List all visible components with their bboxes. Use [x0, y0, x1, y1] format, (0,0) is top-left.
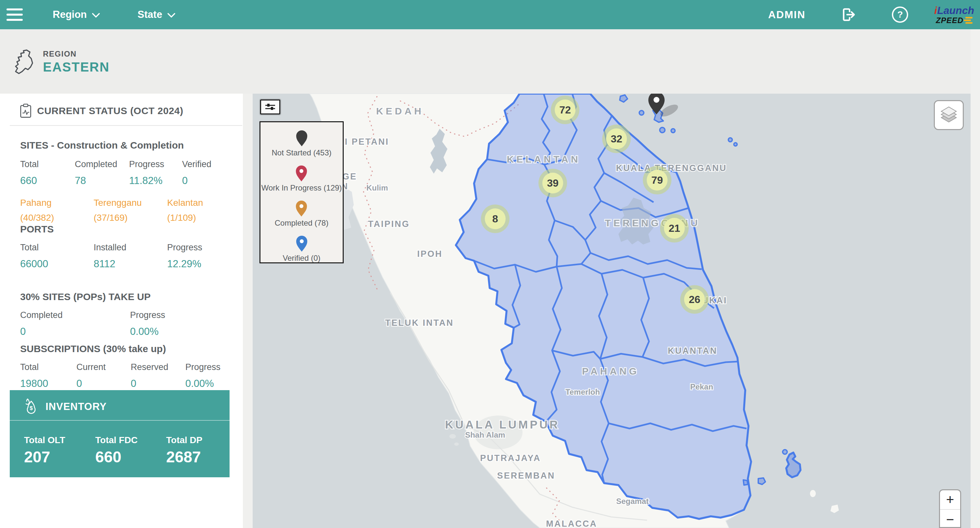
- svg-text:KELANTAN: KELANTAN: [507, 154, 581, 164]
- svg-text:Temerloh: Temerloh: [565, 388, 600, 396]
- cluster-marker[interactable]: 21: [660, 214, 689, 243]
- svg-text:79: 79: [651, 174, 663, 186]
- state-dropdown[interactable]: State: [138, 9, 175, 21]
- state-name: Kelantan: [167, 198, 203, 208]
- state-dropdown-label: State: [138, 9, 162, 21]
- inventory-value-olt: 207: [24, 448, 50, 466]
- svg-text:8: 8: [492, 213, 498, 225]
- layers-icon: [939, 105, 959, 125]
- pin-not-started-icon: [295, 129, 308, 147]
- hamburger-menu-icon[interactable]: [6, 8, 23, 21]
- column-header: Total: [20, 159, 39, 169]
- scroll-gutter[interactable]: [970, 29, 980, 528]
- state-ratio: (37/169): [94, 213, 127, 223]
- svg-text:32: 32: [611, 133, 622, 145]
- cluster-marker[interactable]: 39: [538, 169, 567, 197]
- admin-user-button[interactable]: ADMIN: [768, 9, 805, 21]
- subs-current: 0: [76, 378, 82, 390]
- legend-item: Verified (0): [283, 235, 320, 263]
- chevron-down-icon: [92, 13, 100, 17]
- legend-label: Completed (78): [275, 218, 328, 227]
- logo-zpeed: ZPEED: [936, 17, 963, 24]
- map-legend: Not Started (453) Work In Progress (129)…: [259, 121, 344, 263]
- subscriptions-section: SUBSCRIPTIONS (30% take up) Total Curren…: [20, 344, 238, 395]
- region-dropdown-label: Region: [52, 9, 87, 21]
- top-navbar: Region State ADMIN ? iLaunch ZPEED: [0, 0, 980, 29]
- map-svg: KEDAH SUNGAI PETANI GEORGE TOWN Kulim TA…: [253, 94, 970, 528]
- svg-text:KUALA LUMPUR: KUALA LUMPUR: [445, 418, 560, 431]
- cluster-marker[interactable]: 26: [680, 285, 709, 314]
- island: [449, 434, 456, 439]
- logout-icon[interactable]: [841, 7, 856, 22]
- subs-progress: 0.00%: [185, 378, 214, 390]
- peninsula-map-icon: [14, 48, 35, 75]
- svg-text:IPOH: IPOH: [417, 249, 442, 259]
- clipboard-chart-icon: [19, 103, 32, 118]
- navbar-right: ADMIN ? iLaunch ZPEED: [768, 5, 980, 24]
- svg-text:26: 26: [689, 294, 700, 305]
- subs-reserved: 0: [131, 378, 136, 390]
- help-button[interactable]: ?: [892, 6, 908, 23]
- inventory-value-fdc: 660: [95, 448, 121, 466]
- column-header: Total: [20, 243, 39, 253]
- map-layers-button[interactable]: [934, 100, 964, 130]
- svg-text:21: 21: [668, 223, 680, 234]
- island: [454, 442, 459, 446]
- sites-verified: 0: [182, 175, 188, 187]
- column-header: Progress: [167, 243, 202, 253]
- sites-total: 660: [20, 175, 37, 187]
- subscriptions-title: SUBSCRIPTIONS (30% take up): [20, 344, 238, 355]
- region-dropdown[interactable]: Region: [52, 9, 100, 21]
- legend-label: Verified (0): [283, 254, 320, 263]
- svg-text:Shah Alam: Shah Alam: [465, 431, 505, 439]
- svg-text:MALACCA: MALACCA: [546, 519, 597, 528]
- svg-text:Segamat: Segamat: [616, 497, 649, 506]
- subs-total: 19800: [20, 378, 48, 390]
- divider: [10, 420, 229, 421]
- state-name: Terengganu: [94, 198, 142, 208]
- zoom-out-button[interactable]: −: [940, 510, 960, 528]
- layout-gap: [243, 94, 253, 528]
- state-name: Pahang: [20, 198, 52, 208]
- svg-text:Pekan: Pekan: [690, 382, 713, 391]
- sites-section: SITES - Construction & Completion Total …: [20, 140, 238, 227]
- help-glyph: ?: [897, 10, 903, 20]
- column-header: Completed: [20, 310, 63, 320]
- chevron-down-icon: [167, 13, 175, 17]
- svg-text:PUTRAJAYA: PUTRAJAYA: [480, 453, 541, 463]
- cluster-marker[interactable]: 8: [481, 205, 509, 233]
- svg-text:39: 39: [547, 177, 558, 189]
- svg-text:PAHANG: PAHANG: [582, 366, 639, 377]
- app-root: Region State ADMIN ? iLaunch ZPEED RE: [0, 0, 980, 528]
- divider: [10, 125, 242, 126]
- cluster-marker[interactable]: 79: [643, 166, 671, 194]
- column-header: Current: [76, 362, 106, 372]
- svg-text:$: $: [30, 405, 33, 411]
- cluster-marker[interactable]: 32: [602, 124, 631, 153]
- zoom-in-button[interactable]: +: [940, 490, 960, 510]
- legend-item: Not Started (453): [272, 129, 331, 157]
- map-canvas[interactable]: KEDAH SUNGAI PETANI GEORGE TOWN Kulim TA…: [253, 94, 970, 528]
- logo-bars-icon: [966, 17, 972, 24]
- column-header: Verified: [182, 159, 212, 169]
- map-filter-button[interactable]: [260, 100, 280, 115]
- column-header: Progress: [129, 159, 164, 169]
- svg-text:KUALA TERENGGANU: KUALA TERENGGANU: [616, 163, 727, 173]
- state-ratio: (1/109): [167, 213, 196, 223]
- ilaunch-zpeed-logo: iLaunch ZPEED: [934, 5, 974, 24]
- cluster-marker[interactable]: 72: [551, 95, 579, 124]
- map-zoom-control: + −: [939, 489, 961, 528]
- inventory-label: Total FDC: [95, 435, 138, 445]
- logo-launch: Launch: [937, 5, 974, 16]
- pin-verified-icon: [295, 235, 308, 252]
- legend-label: Not Started (453): [272, 148, 331, 157]
- column-header: Installed: [94, 243, 126, 253]
- svg-text:KEDAH: KEDAH: [376, 106, 424, 116]
- svg-text:KUANTAN: KUANTAN: [668, 346, 717, 356]
- sliders-icon: [264, 102, 276, 111]
- pops-progress: 0.00%: [130, 326, 159, 337]
- inventory-panel: $ INVENTORY Total OLT Total FDC Total DP…: [10, 390, 229, 477]
- ports-title: PORTS: [20, 224, 238, 235]
- inventory-label: Total DP: [166, 435, 202, 445]
- page-title: EASTERN: [43, 60, 110, 75]
